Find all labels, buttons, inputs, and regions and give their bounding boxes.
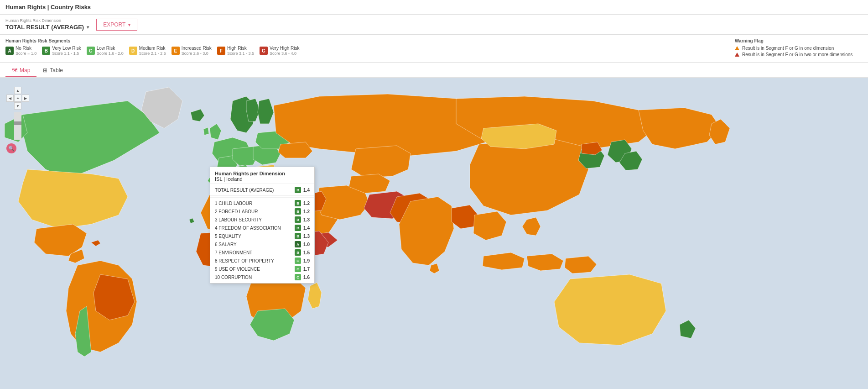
popup-row-score: 1.2 (303, 201, 310, 206)
dimension-selector[interactable]: Human Rights Risk Dimension TOTAL RESULT… (5, 18, 89, 31)
dimension-value: TOTAL RESULT (AVERAGE) (5, 24, 84, 31)
popup-row-label: 7 ENVIRONMENT (215, 250, 252, 255)
segment-badge-c: C (87, 47, 95, 55)
segment-badge-g: G (260, 47, 268, 55)
legend-item-d: D Medium RiskScore 2.1 - 2.5 (129, 46, 166, 56)
popup-row-score: 1.3 (303, 217, 310, 222)
popup-divider (210, 197, 314, 198)
popup-row-right: B 1.4 (295, 225, 310, 231)
tab-map-label: Map (20, 67, 30, 74)
legend-item-g: G Very High RiskScore 3.6 - 4.0 (260, 46, 300, 56)
popup-row-4: 4 FREEDOM OF ASSOCIATION B 1.4 (210, 224, 314, 232)
popup-row-right: B 1.3 (295, 216, 310, 223)
popup-row-badge: B (295, 200, 301, 206)
legend-item-c: C Low RiskScore 1.6 - 2.0 (87, 46, 124, 56)
warning-triangle-red (735, 53, 739, 57)
zoom-handle[interactable] (14, 121, 21, 125)
popup-row-badge: C (295, 266, 301, 272)
popup-row-6: 6 SALARY A 1.0 (210, 240, 314, 248)
warning-text-2: Result is in Segment F or G in two or mo… (742, 52, 852, 57)
popup-row-label: 2 FORCED LABOUR (215, 209, 258, 214)
legend-item-e: E Increased RiskScore 2.6 - 3.0 (172, 46, 212, 56)
nav-placeholder (22, 102, 29, 110)
warning-item-2: Result is in Segment F or G in two or mo… (735, 52, 863, 57)
zoom-bar[interactable] (14, 112, 21, 140)
map-icon: 🗺 (12, 67, 17, 74)
chevron-down-icon: ▾ (87, 25, 89, 30)
map-container[interactable]: ▲ ◀ ✦ ▶ ▼ 🔍 Human Rights per Dimension I… (0, 78, 868, 389)
segment-badge-e: E (172, 47, 180, 55)
nav-center-button[interactable]: ✦ (14, 95, 21, 102)
dimension-label: Human Rights Risk Dimension (5, 18, 89, 23)
popup-row-score: 1.3 (303, 234, 310, 239)
segment-badge-b: B (42, 47, 50, 55)
popup-row-right: B 1.2 (295, 208, 310, 215)
popup-row-badge: B (295, 187, 301, 193)
popup-row-10: 10 CORRUPTION C 1.6 (210, 273, 314, 281)
legend-section: Human Rights Risk Segments A No RiskScor… (5, 38, 735, 56)
popup-row-3: 3 LABOUR SECURITY B 1.3 (210, 216, 314, 224)
tab-table[interactable]: ⊞ Table (36, 64, 69, 77)
popup-row-right: B 1.3 (295, 233, 310, 239)
popup-row-score: 1.9 (303, 258, 310, 263)
segment-label: Medium RiskScore 2.1 - 2.5 (139, 46, 166, 56)
segment-badge-a: A (5, 47, 14, 55)
warning-title: Warning Flag (735, 38, 863, 43)
nav-placeholder (6, 87, 14, 94)
segment-label: Increased RiskScore 2.6 - 3.0 (182, 46, 212, 56)
map-controls: ▲ ◀ ✦ ▶ ▼ 🔍 (6, 87, 29, 153)
popup-row-label: 3 LABOUR SECURITY (215, 217, 262, 222)
popup-row-score: 1.4 (303, 188, 310, 193)
popup-row-label: 10 CORRUPTION (215, 275, 252, 280)
popup-row-badge: B (295, 208, 301, 215)
popup-title: Human Rights per Dimension (215, 171, 310, 176)
nav-left-button[interactable]: ◀ (6, 95, 14, 102)
popup-row-label: 1 CHILD LABOUR (215, 201, 252, 206)
popup-row-badge: A (295, 241, 301, 247)
popup-row-right: B 1.2 (295, 200, 310, 206)
popup-row-right: B 1.5 (295, 249, 310, 256)
popup-row-right: B 1.4 (295, 187, 310, 193)
segment-badge-f: F (217, 47, 225, 55)
popup-row-score: 1.6 (303, 275, 310, 280)
popup-subtitle: ISL | Iceland (215, 176, 310, 182)
popup-row-badge: C (295, 258, 301, 264)
popup-row-label: 9 USE OF VIOLENCE (215, 267, 260, 272)
popup-row-right: C 1.7 (295, 266, 310, 272)
popup-row-badge: B (295, 225, 301, 231)
table-icon: ⊞ (43, 67, 47, 74)
popup-row-badge: B (295, 233, 301, 239)
popup-row-label: 4 FREEDOM OF ASSOCIATION (215, 226, 281, 231)
page-title: Human Rights | Country Risks (0, 0, 868, 15)
export-button[interactable]: EXPORT ▾ (96, 19, 137, 31)
popup-row-score: 1.2 (303, 209, 310, 214)
nav-down-button[interactable]: ▼ (14, 102, 21, 110)
segment-label: High RiskScore 3.1 - 3.5 (227, 46, 254, 56)
nav-up-button[interactable]: ▲ (14, 87, 21, 94)
tab-table-label: Table (50, 67, 63, 74)
popup-row-badge: B (295, 216, 301, 223)
popup-row-right: A 1.0 (295, 241, 310, 247)
country-popup: Human Rights per Dimension ISL | Iceland… (210, 167, 315, 284)
world-map[interactable] (0, 78, 868, 389)
popup-rows: TOTAL RESULT (AVERAGE) B 1.4 1 CHILD LAB… (210, 184, 314, 283)
nav-right-button[interactable]: ▶ (22, 95, 29, 102)
popup-row-score: 1.0 (303, 242, 310, 247)
tab-map[interactable]: 🗺 Map (5, 64, 36, 77)
nav-placeholder (6, 102, 14, 110)
popup-row-label: 8 RESPECT OF PROPERTY (215, 258, 274, 263)
popup-row-right: C 1.6 (295, 274, 310, 280)
popup-row-2: 2 FORCED LABOUR B 1.2 (210, 207, 314, 216)
segment-label: Very Low RiskScore 1.1 - 1.5 (52, 46, 81, 56)
popup-row-score: 1.4 (303, 226, 310, 231)
popup-row-8: 8 RESPECT OF PROPERTY C 1.9 (210, 257, 314, 265)
view-tabs: 🗺 Map ⊞ Table (0, 63, 868, 78)
popup-row-0: TOTAL RESULT (AVERAGE) B 1.4 (210, 186, 314, 196)
export-label: EXPORT (103, 21, 125, 28)
segment-badge-d: D (129, 47, 137, 55)
search-button[interactable]: 🔍 (6, 143, 16, 153)
warning-triangle-orange (735, 46, 739, 50)
segment-label: Low RiskScore 1.6 - 2.0 (97, 46, 124, 56)
warning-section: Warning Flag Result is in Segment F or G… (735, 38, 863, 58)
popup-row-9: 9 USE OF VIOLENCE C 1.7 (210, 265, 314, 273)
